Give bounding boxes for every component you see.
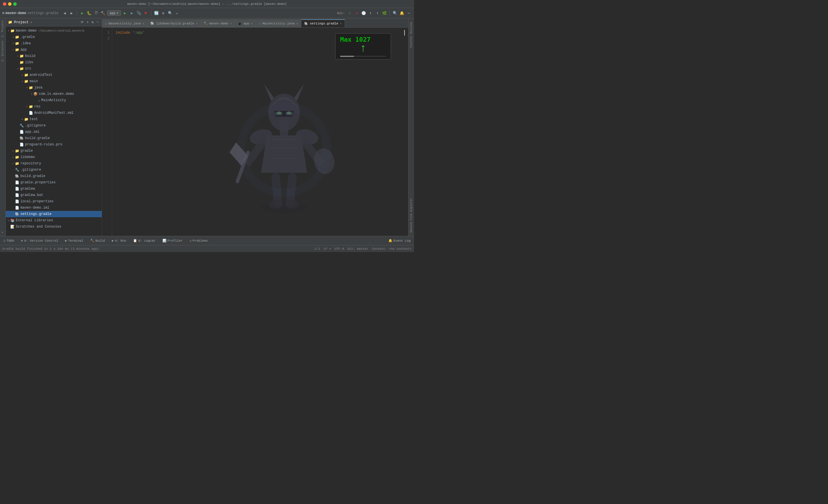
stop-button[interactable]: ■ bbox=[143, 10, 149, 16]
tree-item[interactable]: 📄 proguard-rules.pro bbox=[6, 141, 102, 148]
tree-item[interactable]: 📁 libs bbox=[6, 59, 102, 65]
profile-button[interactable]: ⏱ bbox=[93, 10, 99, 16]
tree-item[interactable]: ☕ MainActivity bbox=[6, 97, 102, 103]
tree-item[interactable]: 🐘 settings.gradle bbox=[6, 211, 102, 217]
collapse-panel-icon[interactable]: ⬆ bbox=[86, 20, 89, 25]
tree-item[interactable]: 📝 Scratches and Consoles bbox=[6, 224, 102, 230]
more-button[interactable]: ⋯ bbox=[406, 10, 412, 16]
bottom-tab-problems[interactable]: ⚠ Problems bbox=[188, 238, 209, 243]
tab-label: app bbox=[244, 22, 249, 25]
git-history-button[interactable]: 🕐 bbox=[361, 10, 367, 16]
file-encoding[interactable]: UTF-8 bbox=[335, 247, 344, 250]
tree-item[interactable]: 🐘 build.gradle bbox=[6, 135, 102, 141]
bottom-tab-terminal[interactable]: ▶ Terminal bbox=[64, 238, 84, 243]
panel-actions: ⟳ ⬆ ⚙ — bbox=[80, 20, 99, 25]
tree-item[interactable]: ▾ 📁 maven-demo ~/Documents/android_maven… bbox=[6, 28, 102, 34]
tree-item[interactable]: ▾ 📁 build bbox=[6, 53, 102, 59]
tree-item[interactable]: ▾ 📁 app bbox=[6, 47, 102, 53]
editor-content[interactable]: 1 2 include ':app' bbox=[102, 28, 408, 236]
tree-item[interactable]: 🐘 build.gradle bbox=[6, 173, 102, 179]
project-dropdown-icon[interactable]: ▾ bbox=[30, 21, 32, 24]
left-tab-project[interactable]: 1: Project bbox=[1, 18, 5, 39]
analyze-button[interactable]: 🔍 bbox=[167, 10, 173, 16]
tree-item[interactable]: 📄 gradlew bbox=[6, 186, 102, 192]
editor-tab[interactable]: 🐘 libdemo/build.gradle ✕ bbox=[148, 19, 201, 27]
tab-close-button[interactable]: ✕ bbox=[296, 22, 298, 25]
git-branch-button[interactable]: 🌿 bbox=[381, 10, 387, 16]
hide-panel-icon[interactable]: — bbox=[96, 20, 99, 25]
line-separator[interactable]: LF ▾ bbox=[323, 247, 331, 250]
tree-item[interactable]: 📄 gradlew.bat bbox=[6, 192, 102, 198]
git-cross-icon[interactable]: ✗ bbox=[354, 10, 360, 16]
editor-tab[interactable]: ☕ MainActivity.java ✕ bbox=[256, 19, 301, 27]
maximize-button[interactable] bbox=[13, 2, 17, 6]
editor-tab[interactable]: 🔨 maven-demo ✕ bbox=[201, 19, 235, 27]
tree-item[interactable]: ▸ 📚 External Libraries bbox=[6, 217, 102, 224]
tree-item[interactable]: ▸ 📁 test bbox=[6, 116, 102, 123]
tree-item[interactable]: 🔧 .gitignore bbox=[6, 123, 102, 129]
bottom-tab-run[interactable]: ▶ 4: Run bbox=[111, 238, 127, 243]
tree-item[interactable]: 📄 gradle.properties bbox=[6, 179, 102, 186]
tree-item[interactable]: 🔧 .gitignore bbox=[6, 167, 102, 173]
tree-item[interactable]: ▾ 📁 .gradle bbox=[6, 34, 102, 40]
tree-item[interactable]: 📄 app.iml bbox=[6, 129, 102, 135]
tree-item[interactable]: ▾ 📁 java bbox=[6, 85, 102, 91]
tab-label: libdemo/build.gradle bbox=[156, 22, 194, 25]
editor-tab[interactable]: ☕ BaseActivity.java ✕ bbox=[102, 19, 148, 27]
editor-tab[interactable]: 📱 app ✕ bbox=[235, 19, 256, 27]
left-tabs: 1: Project 2: Structure ★ bbox=[0, 18, 6, 236]
git-pull-button[interactable]: ⬇ bbox=[375, 10, 380, 16]
tree-item[interactable]: ▾ 📁 .idea bbox=[6, 40, 102, 47]
search-button[interactable]: 🔍 bbox=[392, 10, 398, 16]
tree-item[interactable]: ▾ 📁 androidTest bbox=[6, 72, 102, 78]
attach-debugger-button[interactable]: 📎 bbox=[136, 10, 142, 16]
bottom-tab-logcat[interactable]: 📋 6: Logcat bbox=[132, 238, 156, 243]
debug-run-button[interactable]: ▶ bbox=[129, 10, 135, 16]
git-push-button[interactable]: ⬆ bbox=[368, 10, 373, 16]
left-tab-favorites[interactable]: ★ bbox=[1, 229, 5, 236]
event-log-button[interactable]: 🔔 Event Log bbox=[387, 238, 412, 243]
bottom-tab-todo[interactable]: ☑ TODO bbox=[2, 238, 15, 243]
sync-button[interactable]: 🔄 bbox=[154, 10, 159, 16]
settings-button[interactable]: ⚙ bbox=[160, 10, 166, 16]
line-numbers: 1 2 bbox=[102, 28, 112, 236]
close-button[interactable] bbox=[3, 2, 6, 6]
bottom-tab-vcs[interactable]: ⊕ 9: Version Control bbox=[20, 238, 59, 243]
bottom-tab-build[interactable]: 🔨 Build bbox=[89, 238, 106, 243]
tree-item[interactable]: ▾ 📁 main bbox=[6, 78, 102, 85]
tab-close-button[interactable]: ✕ bbox=[230, 22, 232, 25]
tree-item[interactable]: ▸ 📁 res bbox=[6, 103, 102, 110]
debug-button[interactable]: 🐛 bbox=[86, 10, 92, 16]
flutter-outline-panel[interactable]: Flutter Outline bbox=[409, 21, 413, 49]
tree-item[interactable]: 📄 local.properties bbox=[6, 198, 102, 204]
tab-close-button[interactable]: ✕ bbox=[340, 22, 342, 25]
left-tab-structure[interactable]: 2: Structure bbox=[1, 39, 5, 63]
device-file-explorer-panel[interactable]: Device File Explorer bbox=[409, 197, 413, 234]
notifications-button[interactable]: 🔔 bbox=[399, 10, 405, 16]
tree-item[interactable]: ▸ 📁 repository bbox=[6, 161, 102, 167]
settings-panel-icon[interactable]: ⚙ bbox=[91, 20, 94, 25]
git-checkmark-icon[interactable]: ✓ bbox=[347, 10, 353, 16]
sync-panel-icon[interactable]: ⟳ bbox=[80, 20, 85, 25]
bottom-tab-profiler[interactable]: 📊 Profiler bbox=[161, 238, 184, 243]
tab-close-button[interactable]: ✕ bbox=[251, 22, 253, 25]
build-button[interactable]: 🔨 bbox=[100, 10, 106, 16]
tree-item[interactable]: ▾ 📁 src bbox=[6, 65, 102, 72]
refactor-button[interactable]: ✏ bbox=[174, 10, 180, 16]
tree-item[interactable]: ▾ 📦 com.lv.maven.demo bbox=[6, 91, 102, 97]
run-config-selector[interactable]: app ▾ bbox=[107, 10, 121, 16]
tree-item[interactable]: 📄 maven-demo.iml bbox=[6, 204, 102, 211]
back-button[interactable]: ◀ bbox=[62, 10, 68, 16]
cursor-position[interactable]: 2:1 bbox=[314, 247, 320, 250]
tab-close-button[interactable]: ✕ bbox=[196, 22, 198, 25]
forward-button[interactable]: ▶ bbox=[69, 10, 75, 16]
tree-item[interactable]: 📄 AndroidManifest.xml bbox=[6, 110, 102, 116]
editor-tab[interactable]: 🐘 settings.gradle ✕ bbox=[301, 19, 345, 27]
run-config-button[interactable]: ▶ bbox=[122, 10, 128, 16]
git-branch-status[interactable]: Git: master bbox=[347, 247, 369, 250]
tree-item[interactable]: ▸ 📁 libdemo bbox=[6, 154, 102, 161]
tab-close-button[interactable]: ✕ bbox=[142, 22, 144, 25]
minimize-button[interactable] bbox=[8, 2, 11, 6]
tree-item[interactable]: ▸ 📁 gradle bbox=[6, 148, 102, 154]
run-button[interactable]: ▶ bbox=[79, 10, 85, 16]
